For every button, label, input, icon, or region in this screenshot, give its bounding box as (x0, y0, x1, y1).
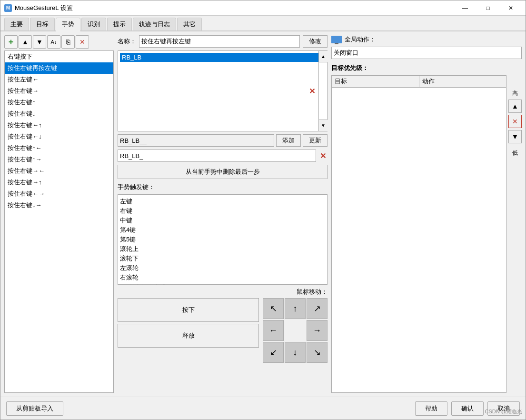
tabbar: 主要 目标 手势 识别 提示 轨迹与日志 其它 (0, 16, 526, 31)
global-action-value: 关闭窗口 (334, 49, 358, 57)
copy-button[interactable]: ⎘ (61, 35, 75, 49)
sort-button[interactable]: A↓ (47, 35, 60, 49)
update-button[interactable]: 更新 (303, 134, 328, 147)
sequence-selected-item[interactable]: RB_LB (120, 53, 325, 62)
trigger-label: 手势触发键： (118, 183, 328, 191)
press-button[interactable]: 按下 (118, 298, 259, 322)
list-item[interactable]: 按住右键→↑ (5, 177, 113, 188)
window-title: MouseGestureL 设置 (15, 4, 73, 12)
name-input[interactable] (139, 35, 300, 48)
arrow-s-button[interactable]: ↓ (285, 342, 306, 363)
tab-track[interactable]: 轨迹与日志 (133, 18, 176, 30)
priority-delete-button[interactable]: ✕ (508, 115, 522, 128)
trigger-item[interactable]: 中键 (120, 216, 325, 225)
mouse-move-grid-row: 按下 释放 ↖ ↑ ↗ ← → ↙ ↓ ↘ (118, 298, 328, 363)
press-release-col: 按下 释放 (118, 298, 259, 348)
list-item[interactable]: 按住右键↑ (5, 97, 113, 108)
gesture-list[interactable]: 右键按下 按住右键再按左键 按住左键← 按住右键→ 按住右键↑ 按住右键↓ 按住… (4, 50, 114, 393)
add-gesture-button[interactable]: + (4, 35, 18, 49)
list-item-selected[interactable]: 按住右键再按左键 (5, 62, 113, 74)
global-action-label: 全局动作： (345, 35, 376, 44)
watermark: CSDN @耀临光 (485, 408, 522, 415)
trigger-item[interactable]: 右键 (120, 206, 325, 216)
list-item[interactable]: 按住右键↓ (5, 108, 113, 120)
arrow-e-button[interactable]: → (307, 320, 328, 341)
help-button[interactable]: 帮助 (415, 401, 447, 416)
trigger-item[interactable]: 第4键 (120, 225, 325, 235)
main-window: M MouseGestureL 设置 — □ ✕ 主要 目标 手势 识别 提示 … (0, 0, 526, 420)
priority-up-button[interactable]: ▲ (508, 100, 522, 113)
mouse-move-section: 鼠标移动： 按下 释放 ↖ ↑ ↗ ← → ↙ ↓ (118, 288, 328, 363)
arrow-center (285, 320, 306, 341)
list-item[interactable]: 按住右键←↑ (5, 120, 113, 131)
list-item[interactable]: 按住右键→← (5, 165, 113, 177)
delete-gesture-button[interactable]: ✕ (76, 35, 89, 49)
add-button[interactable]: 添加 (276, 134, 301, 147)
table-header-action: 动作 (419, 76, 506, 87)
sequence-input-2[interactable] (118, 150, 316, 162)
tab-gesture[interactable]: 手势 (56, 18, 80, 31)
target-table: 目标 动作 (331, 75, 506, 393)
trigger-item[interactable]: << 其它触发方式 >> (120, 282, 325, 285)
gesture-seq-controls: 添加 更新 (118, 134, 328, 147)
list-item[interactable]: 按住右键↑→ (5, 154, 113, 165)
delete-sequence-button[interactable]: ✕ (307, 86, 317, 96)
global-action-header: 全局动作： (331, 35, 522, 44)
arrow-sw-button[interactable]: ↙ (263, 342, 284, 363)
tab-hint[interactable]: 提示 (107, 18, 132, 30)
trigger-item[interactable]: 左键 (120, 197, 325, 206)
release-button[interactable]: 释放 (118, 324, 259, 348)
scroll-down-button[interactable]: ▼ (319, 120, 328, 131)
gesture-sequence-box: RB_LB ▲ ▼ ✕ (118, 50, 328, 131)
titlebar: M MouseGestureL 设置 — □ ✕ (0, 0, 526, 16)
bottom-bar: 从剪贴板导入 帮助 确认 取消 (0, 397, 526, 420)
global-action-dropdown[interactable]: 关闭窗口 (331, 47, 522, 59)
name-label: 名称： (118, 37, 136, 46)
target-table-body (332, 88, 506, 278)
arrow-w-button[interactable]: ← (263, 320, 284, 341)
minimize-button[interactable]: — (454, 0, 476, 16)
arrow-n-button[interactable]: ↑ (285, 298, 306, 319)
close-button[interactable]: ✕ (500, 0, 522, 16)
clear-input2-button[interactable]: ✕ (318, 151, 328, 160)
delete-step-button[interactable]: 从当前手势中删除最后一步 (118, 165, 328, 179)
trigger-item[interactable]: 滚轮下 (120, 254, 325, 263)
priority-controls: 高 ▲ ✕ ▼ 低 (508, 75, 522, 393)
list-item[interactable]: 按住右键←↓ (5, 131, 113, 142)
list-item[interactable]: 按住右键←→ (5, 188, 113, 200)
titlebar-controls: — □ ✕ (454, 0, 522, 16)
bottom-left: 从剪贴板导入 (6, 401, 63, 416)
trigger-item[interactable]: 滚轮上 (120, 244, 325, 254)
trigger-list[interactable]: 左键 右键 中键 第4键 第5键 滚轮上 滚轮下 左滚轮 右滚轮 << 其它触发… (118, 194, 328, 285)
modify-button[interactable]: 修改 (303, 35, 328, 48)
sequence-input-1[interactable] (118, 134, 274, 147)
trigger-item[interactable]: 第5键 (120, 235, 325, 244)
tab-target[interactable]: 目标 (30, 18, 55, 30)
move-up-button[interactable]: ▲ (19, 35, 32, 49)
mouse-move-label: 鼠标移动： (297, 288, 328, 295)
priority-down-button[interactable]: ▼ (508, 130, 522, 143)
trigger-item[interactable]: 左滚轮 (120, 263, 325, 273)
arrow-nw-button[interactable]: ↖ (263, 298, 284, 319)
target-priority-label: 目标优先级： (331, 64, 522, 72)
import-button[interactable]: 从剪贴板导入 (6, 401, 63, 416)
left-panel: + ▲ ▼ A↓ ⎘ ✕ 右键按下 按住右键再按左键 按住左键← 按住右键→ 按… (4, 35, 114, 393)
arrow-ne-button[interactable]: ↗ (307, 298, 328, 319)
list-item[interactable]: 右键按下 (5, 51, 113, 62)
middle-panel: 名称： 修改 RB_LB ▲ ▼ ✕ (118, 35, 328, 393)
list-item[interactable]: 按住右键↑← (5, 142, 113, 154)
name-row: 名称： 修改 (118, 35, 328, 48)
scroll-up-button[interactable]: ▲ (319, 51, 328, 62)
tab-other[interactable]: 其它 (177, 18, 202, 30)
move-down-button[interactable]: ▼ (33, 35, 46, 49)
tab-main[interactable]: 主要 (4, 18, 29, 30)
trigger-item[interactable]: 右滚轮 (120, 273, 325, 282)
list-item[interactable]: 按住右键↓→ (5, 200, 113, 211)
list-item[interactable]: 按住右键→ (5, 85, 113, 97)
confirm-button[interactable]: 确认 (451, 401, 484, 416)
titlebar-left: M MouseGestureL 设置 (4, 4, 73, 12)
maximize-button[interactable]: □ (477, 0, 499, 16)
tab-recognition[interactable]: 识别 (81, 18, 106, 30)
arrow-se-button[interactable]: ↘ (307, 342, 328, 363)
list-item[interactable]: 按住左键← (5, 74, 113, 85)
